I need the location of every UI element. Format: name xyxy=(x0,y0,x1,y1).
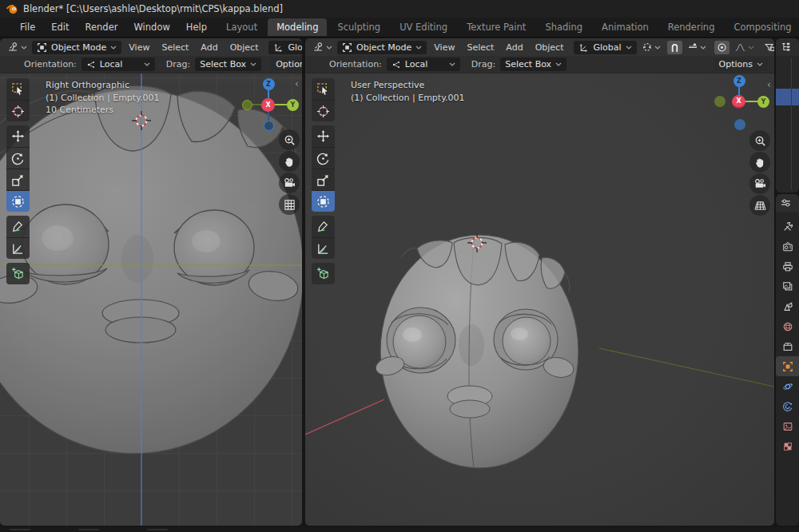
gizmo-z-ball[interactable]: Z xyxy=(263,78,275,90)
pivot-point-dropdown[interactable] xyxy=(639,41,663,54)
props-tab-render[interactable] xyxy=(776,236,799,256)
tool-annotate[interactable] xyxy=(6,216,30,237)
tool-scale[interactable] xyxy=(6,169,30,190)
viewport-menu-select[interactable]: Select xyxy=(462,41,499,54)
options-dropdown[interactable]: Options xyxy=(271,58,302,71)
transform-orientation-dropdown[interactable]: Global xyxy=(574,41,636,54)
tool-annotate[interactable] xyxy=(312,216,335,237)
menu-render[interactable]: Render xyxy=(78,19,125,35)
tab-layout[interactable]: Layout xyxy=(217,18,266,36)
viewport-right-canvas[interactable]: User Perspective (1) Collection | Empty.… xyxy=(305,73,774,526)
tab-animation[interactable]: Animation xyxy=(593,18,658,36)
props-tab-output[interactable] xyxy=(776,256,799,276)
tool-add-cube[interactable] xyxy=(6,263,30,284)
sidebar-collapse-arrow[interactable]: ‹ xyxy=(767,79,771,90)
axis-gizmo-left[interactable]: Z Y X xyxy=(242,78,298,131)
tool-transform[interactable] xyxy=(6,190,30,212)
camera-view-button[interactable] xyxy=(279,173,300,193)
editor-type-button[interactable] xyxy=(310,41,335,54)
viewport-menu-add[interactable]: Add xyxy=(501,41,527,54)
gizmo-y-ball[interactable]: Y xyxy=(287,99,299,111)
tool-transform[interactable] xyxy=(312,190,335,212)
tab-texture-paint[interactable]: Texture Paint xyxy=(458,18,535,36)
tab-modeling[interactable]: Modeling xyxy=(268,18,327,36)
props-tab-view-layer[interactable] xyxy=(776,276,799,296)
gizmo-z-ball[interactable]: Z xyxy=(733,75,745,87)
viewport-menu-view[interactable]: View xyxy=(124,41,154,54)
tool-move[interactable] xyxy=(312,125,335,147)
mode-dropdown[interactable]: Object Mode xyxy=(32,41,121,54)
tool-select-box[interactable] xyxy=(6,78,30,100)
viewport-menu-select[interactable]: Select xyxy=(157,41,193,54)
props-tab-object[interactable] xyxy=(776,356,799,376)
tool-measure[interactable] xyxy=(312,237,335,259)
gizmo-neg-z-ball[interactable] xyxy=(264,121,274,131)
reference-head-model xyxy=(0,85,302,454)
gizmo-x-ball[interactable]: X xyxy=(261,98,275,112)
orientation-value-dropdown[interactable]: Local xyxy=(81,58,155,71)
gizmo-neg-z-ball[interactable] xyxy=(734,119,745,130)
tab-shading[interactable]: Shading xyxy=(536,18,591,36)
menu-file[interactable]: File xyxy=(13,19,42,35)
props-tab-texture[interactable] xyxy=(776,436,799,456)
tab-rendering[interactable]: Rendering xyxy=(659,18,724,36)
outliner-header[interactable] xyxy=(776,38,799,56)
props-tab-object-data[interactable] xyxy=(776,416,799,436)
outliner-scrollbar[interactable] xyxy=(791,58,792,189)
tool-measure[interactable] xyxy=(6,237,30,259)
local-orientation-icon xyxy=(392,60,401,69)
pan-hand-button[interactable] xyxy=(749,152,770,173)
props-tab-scene[interactable] xyxy=(776,296,799,316)
tool-add-cube[interactable] xyxy=(312,263,335,284)
viewport-menu-object[interactable]: Object xyxy=(531,41,569,54)
snap-with-dropdown[interactable] xyxy=(685,41,709,54)
tool-rotate[interactable] xyxy=(6,147,30,169)
gizmo-x-ball[interactable]: X xyxy=(732,95,745,109)
viewport-left-canvas[interactable]: Right Orthographic (1) Collection | Empt… xyxy=(0,73,302,526)
zoom-button[interactable] xyxy=(279,129,300,150)
props-tab-constraints[interactable] xyxy=(776,396,799,416)
gizmo-y-ball[interactable]: Y xyxy=(757,96,769,108)
zoom-button[interactable] xyxy=(749,130,770,151)
menu-window[interactable]: Window xyxy=(126,19,177,35)
menu-edit[interactable]: Edit xyxy=(44,19,76,35)
tool-scale[interactable] xyxy=(312,169,335,190)
snap-toggle-button[interactable] xyxy=(667,41,682,54)
tool-move[interactable] xyxy=(6,125,30,147)
tool-cursor[interactable] xyxy=(312,100,335,121)
tool-select-box[interactable] xyxy=(312,78,335,100)
properties-header[interactable] xyxy=(776,194,799,212)
transform-orientation-dropdown[interactable]: Global xyxy=(268,41,302,54)
gizmo-neg-x-ball[interactable] xyxy=(714,96,725,107)
tab-sculpting[interactable]: Sculpting xyxy=(328,18,389,36)
viewport-menu-view[interactable]: View xyxy=(429,41,459,54)
perspective-grid-button[interactable] xyxy=(749,195,770,216)
props-tab-collection[interactable] xyxy=(776,336,799,356)
tab-compositing[interactable]: Compositing xyxy=(725,18,799,36)
tool-rotate[interactable] xyxy=(312,147,335,169)
tool-cursor[interactable] xyxy=(6,100,30,121)
proportional-editing-button[interactable] xyxy=(714,41,729,54)
camera-view-button[interactable] xyxy=(749,173,770,194)
drag-value-dropdown[interactable]: Select Box xyxy=(500,58,566,71)
sidebar-collapse-arrow[interactable]: ‹ xyxy=(295,78,299,89)
drag-value-dropdown[interactable]: Select Box xyxy=(195,58,261,71)
options-dropdown[interactable]: Options xyxy=(714,58,768,71)
menu-help[interactable]: Help xyxy=(179,19,214,35)
props-tab-physics[interactable] xyxy=(776,376,799,396)
proportional-falloff-dropdown[interactable] xyxy=(732,41,757,54)
orientation-value-dropdown[interactable]: Local xyxy=(387,58,460,71)
props-tab-tool[interactable] xyxy=(776,216,799,236)
ortho-grid-button[interactable] xyxy=(279,194,300,215)
viewport-menu-add[interactable]: Add xyxy=(196,41,222,54)
tab-uv-editing[interactable]: UV Editing xyxy=(391,18,456,36)
viewport-menu-object[interactable]: Object xyxy=(225,41,264,54)
axis-gizmo-right[interactable]: Z Y X xyxy=(713,75,769,128)
pan-hand-button[interactable] xyxy=(279,151,300,172)
gizmo-neg-y-ball[interactable] xyxy=(242,100,252,110)
props-tab-world[interactable] xyxy=(776,316,799,336)
outliner-selected-row[interactable] xyxy=(776,89,799,105)
mode-dropdown[interactable]: Object Mode xyxy=(337,41,427,54)
show-overlays-dropdown[interactable] xyxy=(761,41,774,54)
editor-type-button[interactable] xyxy=(5,41,30,54)
